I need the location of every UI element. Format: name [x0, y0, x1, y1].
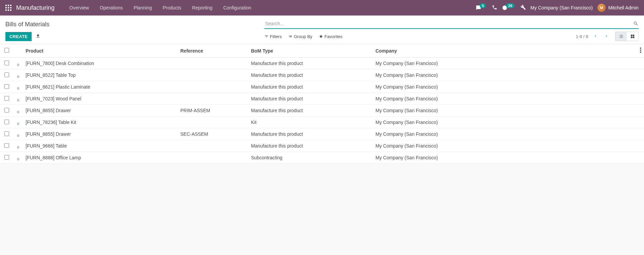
cell-company: My Company (San Francisco)	[373, 128, 634, 140]
main-navbar: Manufacturing Overview Operations Planni…	[0, 0, 644, 15]
top-menu: Overview Operations Planning Products Re…	[64, 0, 257, 15]
app-name[interactable]: Manufacturing	[16, 4, 55, 11]
search-box[interactable]	[264, 20, 639, 29]
cell-company: My Company (San Francisco)	[373, 117, 634, 128]
table-row[interactable]: [FURN_8888] Office LampSubcontractingMy …	[0, 152, 644, 164]
header-company[interactable]: Company	[373, 44, 634, 58]
menu-planning[interactable]: Planning	[128, 0, 157, 15]
svg-rect-8	[10, 9, 11, 11]
sort-handle-icon	[17, 99, 20, 102]
drag-handle[interactable]	[13, 81, 23, 93]
table-row[interactable]: [FURN_8855] DrawerSEC-ASSEMManufacture t…	[0, 128, 644, 140]
svg-point-11	[640, 52, 641, 53]
header-reference[interactable]: Reference	[178, 44, 248, 58]
table-row[interactable]: [FURN_9666] TableManufacture this produc…	[0, 140, 644, 152]
table-row[interactable]: [FURN_8522] Table TopManufacture this pr…	[0, 69, 644, 81]
drag-handle[interactable]	[13, 128, 23, 140]
user-menu[interactable]: M Mitchell Admin	[598, 4, 639, 12]
chevron-right-icon	[604, 34, 608, 38]
header-bom-type[interactable]: BoM Type	[248, 44, 373, 58]
svg-rect-3	[5, 7, 7, 8]
groupby-button[interactable]: Group By	[288, 34, 312, 39]
cell-reference	[178, 58, 248, 69]
phone-icon	[492, 5, 497, 10]
table-row[interactable]: [FURN_8855] DrawerPRIM-ASSEMManufacture …	[0, 105, 644, 117]
row-checkbox[interactable]	[4, 72, 9, 77]
cell-company: My Company (San Francisco)	[373, 81, 634, 93]
menu-configuration[interactable]: Configuration	[218, 0, 256, 15]
messages-button[interactable]: 5	[476, 5, 487, 10]
favorites-label: Favorites	[324, 34, 342, 39]
row-checkbox[interactable]	[4, 131, 9, 136]
kanban-view-button[interactable]	[627, 32, 638, 41]
menu-products[interactable]: Products	[157, 0, 186, 15]
star-icon	[319, 34, 323, 38]
drag-handle[interactable]	[13, 69, 23, 81]
debug-button[interactable]	[521, 5, 526, 11]
favorites-button[interactable]: Favorites	[319, 34, 342, 39]
menu-reporting[interactable]: Reporting	[187, 0, 218, 15]
cell-bom-type: Manufacture this product	[248, 93, 373, 105]
sort-handle-icon	[17, 87, 20, 90]
table-row[interactable]: [FURN_7800] Desk CombinationManufacture …	[0, 58, 644, 69]
row-checkbox[interactable]	[4, 155, 9, 160]
svg-point-10	[640, 50, 641, 51]
phone-button[interactable]	[492, 5, 497, 11]
filters-button[interactable]: Filters	[264, 34, 282, 39]
cell-reference: SEC-ASSEM	[178, 128, 248, 140]
list-view-icon	[619, 34, 623, 39]
page-title: Bills of Materials	[5, 21, 264, 28]
table-row[interactable]: [FURN_7023] Wood PanelManufacture this p…	[0, 93, 644, 105]
cell-company: My Company (San Francisco)	[373, 69, 634, 81]
pager-prev-button[interactable]	[592, 33, 599, 40]
svg-point-9	[640, 47, 641, 49]
download-icon	[36, 34, 40, 38]
dots-vertical-icon	[640, 47, 641, 53]
sort-handle-icon	[17, 146, 20, 149]
row-checkbox[interactable]	[4, 84, 9, 89]
pager-next-button[interactable]	[603, 33, 610, 40]
row-checkbox[interactable]	[4, 120, 9, 124]
cell-company: My Company (San Francisco)	[373, 105, 634, 117]
select-all-checkbox[interactable]	[4, 48, 9, 53]
drag-handle[interactable]	[13, 58, 23, 69]
drag-handle[interactable]	[13, 117, 23, 128]
drag-handle[interactable]	[13, 152, 23, 164]
header-product[interactable]: Product	[23, 44, 178, 58]
row-checkbox[interactable]	[4, 108, 9, 113]
row-checkbox[interactable]	[4, 96, 9, 101]
company-selector[interactable]: My Company (San Francisco)	[531, 5, 593, 10]
menu-operations[interactable]: Operations	[94, 0, 128, 15]
control-panel: Bills of Materials CREATE Filters Group …	[0, 15, 644, 44]
table-row[interactable]: [FURN_78236] Table KitKitMy Company (San…	[0, 117, 644, 128]
svg-rect-4	[8, 7, 9, 8]
create-button[interactable]: CREATE	[5, 32, 32, 41]
menu-overview[interactable]: Overview	[64, 0, 94, 15]
cell-company: My Company (San Francisco)	[373, 152, 634, 164]
row-checkbox[interactable]	[4, 61, 9, 65]
drag-handle[interactable]	[13, 140, 23, 152]
search-input[interactable]	[264, 20, 633, 28]
drag-handle[interactable]	[13, 93, 23, 105]
user-name: Mitchell Admin	[608, 5, 639, 10]
sort-handle-icon	[17, 122, 20, 125]
cell-product: [FURN_8621] Plastic Laminate	[23, 81, 178, 93]
drag-handle[interactable]	[13, 105, 23, 117]
sort-handle-icon	[17, 63, 20, 66]
apps-icon[interactable]	[5, 5, 11, 11]
sort-handle-icon	[17, 158, 20, 161]
activities-button[interactable]: 26	[502, 5, 515, 10]
row-checkbox[interactable]	[4, 143, 9, 148]
pager-text[interactable]: 1-9 / 9	[576, 34, 588, 39]
optional-columns-button[interactable]	[640, 49, 641, 54]
table-row[interactable]: [FURN_8621] Plastic LaminateManufacture …	[0, 81, 644, 93]
cell-reference	[178, 117, 248, 128]
import-button[interactable]	[36, 34, 40, 39]
cell-bom-type: Manufacture this product	[248, 105, 373, 117]
cell-product: [FURN_7023] Wood Panel	[23, 93, 178, 105]
cell-product: [FURN_8855] Drawer	[23, 105, 178, 117]
filter-icon	[264, 34, 269, 38]
list-view-button[interactable]	[615, 32, 627, 41]
search-icon[interactable]	[633, 21, 639, 26]
kanban-view-icon	[630, 34, 635, 39]
